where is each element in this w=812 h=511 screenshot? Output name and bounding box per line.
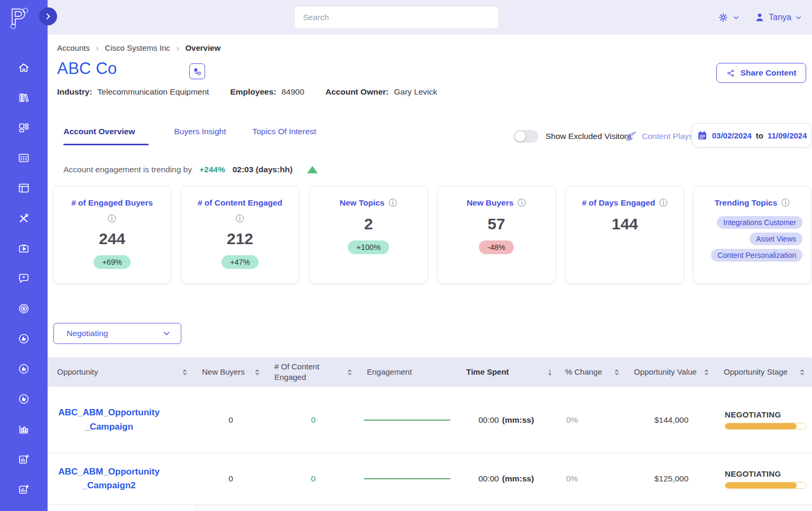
table-row: ABC_ABM_Opportunity_Campaign 0 0 00:00(m…: [48, 387, 812, 453]
card-days-engaged: # of Days Engaged ⓘ 144: [566, 186, 684, 284]
sidebar-item-forms[interactable]: [17, 152, 30, 164]
sidebar-item-tools[interactable]: [17, 212, 30, 225]
topic-tag[interactable]: Asset Views: [750, 233, 802, 245]
date-range-picker[interactable]: 03/02/2024 to 11/09/2024: [691, 123, 812, 147]
cell-content-engaged: 0: [267, 453, 359, 504]
content-plays-label: Content Plays: [642, 132, 693, 141]
sort-icon[interactable]: [702, 368, 711, 377]
sidebar-item-engagement-2[interactable]: [17, 363, 30, 375]
sort-icon[interactable]: [253, 368, 262, 377]
chevron-right-icon: [43, 11, 53, 22]
dashboard-icon: [17, 122, 30, 134]
topbar: Tanya: [48, 0, 812, 35]
date-start: 03/02/2024: [712, 131, 752, 140]
sidebar-item-media[interactable]: [17, 242, 30, 255]
chat-sparkle-icon: [17, 272, 30, 285]
home-icon: [17, 61, 30, 74]
search-input[interactable]: [294, 6, 499, 29]
cell-opportunity-value: $144,000: [626, 387, 716, 453]
cell-opportunity-value: $125,000: [626, 453, 716, 504]
cell-percent-change: 0%: [558, 387, 626, 453]
toggle-knob: [515, 131, 525, 142]
owner-label: Account Owner:: [326, 87, 389, 97]
stage-label: NEGOTIATING: [725, 469, 812, 478]
sidebar-item-target[interactable]: [17, 302, 30, 315]
info-icon[interactable]: ⓘ: [781, 199, 790, 207]
breadcrumb-separator: ›: [96, 44, 99, 52]
breadcrumb-accounts[interactable]: Accounts: [57, 43, 90, 52]
sort-desc-icon[interactable]: ↓: [548, 365, 553, 379]
settings-menu[interactable]: [717, 12, 740, 23]
card-badge: +100%: [348, 240, 389, 254]
col-opportunity-stage: Opportunity Stage: [716, 357, 812, 387]
account-info-row: Industry: Telecommunication Equipment Em…: [57, 87, 437, 97]
logo-letter: P: [11, 4, 25, 29]
report-add-icon: [17, 483, 30, 496]
info-icon[interactable]: ⓘ: [659, 199, 668, 207]
engagement-icon: [17, 393, 30, 405]
sidebar-item-engagement-1[interactable]: [17, 332, 30, 345]
sidebar-item-report-add-2[interactable]: [17, 483, 30, 496]
sidebar-item-analytics[interactable]: [17, 423, 30, 435]
time-unit: (mm:ss): [502, 415, 534, 425]
info-icon[interactable]: ⓘ: [236, 215, 244, 223]
card-title: # of Engaged Buyers: [53, 198, 171, 208]
breadcrumb: Accounts › Cisco Systems Inc › Overview: [57, 43, 220, 52]
owner-value: Gary Levick: [394, 87, 437, 97]
info-icon[interactable]: ⓘ: [108, 215, 116, 223]
sidebar-expand-button[interactable]: [39, 7, 57, 25]
card-engaged-buyers: # of Engaged Buyers ⓘ 244 +69%: [53, 186, 171, 284]
date-separator: to: [756, 131, 763, 140]
opportunity-stage-dropdown[interactable]: Negotiating: [53, 323, 181, 344]
breadcrumb-account[interactable]: Cisco Systems Inc: [105, 43, 170, 52]
col-time-spent: Time Spent ↓: [455, 357, 558, 387]
pathfactory-logo: P: [5, 3, 35, 31]
cell-time-spent: 00:00: [478, 415, 499, 425]
user-menu[interactable]: Tanya: [754, 12, 802, 23]
trend-up-icon: [307, 166, 318, 173]
cell-content-engaged: 0: [267, 387, 359, 453]
stage-progress-bar: [725, 423, 807, 430]
trend-percent: +244%: [199, 165, 225, 174]
sidebar-item-home[interactable]: [17, 61, 30, 74]
account-hierarchy-button[interactable]: [189, 63, 205, 79]
engagement-icon: [17, 332, 30, 345]
engagement-icon: [17, 363, 30, 375]
topic-tag[interactable]: Content Personalization: [711, 249, 802, 262]
info-icon[interactable]: ⓘ: [518, 199, 526, 207]
sidebar-item-engagement-3[interactable]: [17, 393, 30, 405]
sidebar-item-report-add-1[interactable]: [17, 453, 30, 466]
info-icon[interactable]: ⓘ: [389, 199, 397, 207]
date-end: 11/09/2024: [768, 131, 807, 140]
col-engagement: Engagement: [359, 357, 455, 387]
chevron-down-icon: [732, 14, 740, 22]
sort-icon[interactable]: [345, 368, 354, 377]
bar-chart-icon: [17, 423, 30, 435]
engagement-trend: Account engagement is trending by +244% …: [63, 165, 318, 174]
sort-icon[interactable]: [612, 368, 621, 377]
opportunity-link[interactable]: ABC_ABM_Opportunity_Campaign: [57, 406, 161, 434]
sidebar-item-dashboard[interactable]: [17, 122, 30, 134]
col-content-engaged: # Of Content Engaged: [267, 357, 359, 387]
media-play-icon: [17, 242, 30, 255]
cell-new-buyers: 0: [195, 387, 267, 453]
sidebar-item-pages[interactable]: [17, 182, 30, 194]
employees-value: 84900: [281, 87, 304, 97]
sidebar-item-chat[interactable]: [17, 272, 30, 285]
show-excluded-visitors-toggle[interactable]: [514, 130, 538, 143]
sort-icon[interactable]: [798, 368, 807, 377]
card-value: 144: [566, 215, 684, 233]
opportunity-link[interactable]: ABC_ABM_Opportunity_Campaign2: [57, 465, 161, 493]
sort-icon[interactable]: [180, 368, 189, 377]
gear-icon: [717, 12, 729, 23]
card-value: 2: [310, 215, 427, 233]
cell-time-spent: 00:00: [478, 474, 499, 484]
col-opportunity: Opportunity: [48, 357, 195, 387]
report-add-icon: [17, 453, 30, 466]
card-value: 244: [53, 230, 171, 248]
topic-tag[interactable]: Integrations Customer: [717, 216, 802, 229]
content-plays-link[interactable]: Content Plays: [625, 130, 693, 143]
cell-opportunity-stage: NEGOTIATING: [716, 387, 812, 453]
sidebar-item-library[interactable]: [17, 91, 30, 104]
share-content-button[interactable]: Share Content: [716, 63, 806, 83]
